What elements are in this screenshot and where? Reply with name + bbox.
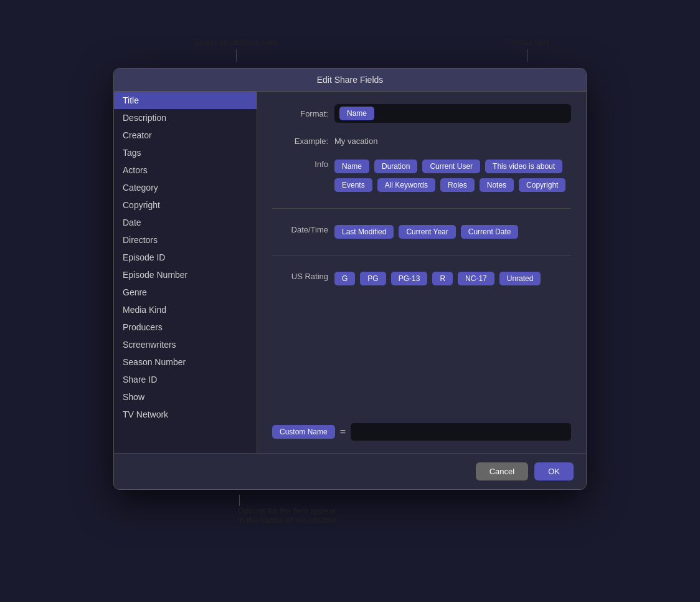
datetime-token-current-date[interactable]: Current Date <box>461 225 519 239</box>
format-label: Format: <box>272 109 328 118</box>
custom-name-row: Custom Name = <box>272 423 571 441</box>
sidebar-item-description[interactable]: Description <box>114 109 257 127</box>
cancel-button[interactable]: Cancel <box>476 462 528 480</box>
info-section-row: Info NameDurationCurrent UserThis video … <box>272 160 571 192</box>
datetime-section-row: Date/Time Last ModifiedCurrent YearCurre… <box>272 225 571 239</box>
dialog-footer: Cancel OK <box>114 453 586 489</box>
sidebar: TitleDescriptionCreatorTagsActorsCategor… <box>114 92 257 453</box>
dialog-titlebar: Edit Share Fields <box>114 69 586 92</box>
example-row: Example: My vacation <box>272 136 571 146</box>
sidebar-item-title[interactable]: Title <box>114 92 257 109</box>
annotation-format-field: Format field <box>506 37 549 62</box>
info-label: Info <box>272 160 328 169</box>
sidebar-item-show[interactable]: Show <box>114 388 257 406</box>
sidebar-item-directors[interactable]: Directors <box>114 231 257 249</box>
info-token-grid: NameDurationCurrent UserThis video is ab… <box>334 160 571 192</box>
info-token-roles[interactable]: Roles <box>440 178 475 192</box>
main-content: Format: Name Example: My vacation Info N… <box>257 92 586 453</box>
datetime-token-last-modified[interactable]: Last Modified <box>334 225 394 239</box>
rating-token-pg[interactable]: PG <box>360 272 385 285</box>
info-token-all-keywords[interactable]: All Keywords <box>377 178 435 192</box>
info-token-events[interactable]: Events <box>334 178 372 192</box>
custom-name-input[interactable] <box>351 423 571 441</box>
equals-sign: = <box>340 426 346 437</box>
sidebar-item-episode-number[interactable]: Episode Number <box>114 266 257 284</box>
sidebar-item-episode-id[interactable]: Episode ID <box>114 249 257 266</box>
sidebar-item-producers[interactable]: Producers <box>114 318 257 336</box>
dialog-body: TitleDescriptionCreatorTagsActorsCategor… <box>114 92 586 453</box>
datetime-token-grid: Last ModifiedCurrent YearCurrent Date <box>334 225 571 239</box>
annotation-line-right <box>527 49 528 62</box>
sidebar-item-share-id[interactable]: Share ID <box>114 371 257 388</box>
sidebar-item-creator[interactable]: Creator <box>114 127 257 144</box>
annotation-line-bottom <box>239 495 240 506</box>
bottom-annotation: Options for the field appear in the midd… <box>113 495 587 525</box>
sidebar-item-tv-network[interactable]: TV Network <box>114 406 257 423</box>
info-token-copyright[interactable]: Copyright <box>519 178 565 192</box>
divider-1 <box>272 208 571 209</box>
example-label: Example: <box>272 136 328 146</box>
sidebar-item-actors[interactable]: Actors <box>114 161 257 179</box>
rating-token-nc-17[interactable]: NC-17 <box>458 272 494 285</box>
datetime-token-current-year[interactable]: Current Year <box>399 225 455 239</box>
sidebar-item-date[interactable]: Date <box>114 214 257 231</box>
rating-token-g[interactable]: G <box>334 272 355 285</box>
format-bar: Name <box>334 104 571 123</box>
format-row: Format: Name <box>272 104 571 123</box>
custom-name-token[interactable]: Custom Name <box>272 425 335 439</box>
outer-wrapper: Select an attribute field. Format field … <box>113 37 587 525</box>
sidebar-item-category[interactable]: Category <box>114 179 257 196</box>
format-name-token[interactable]: Name <box>339 107 374 120</box>
annotation-select-field: Select an attribute field. <box>194 37 279 62</box>
usrating-section-row: US Rating GPGPG-13RNC-17Unrated <box>272 272 571 285</box>
info-token-duration[interactable]: Duration <box>374 160 417 173</box>
top-annotations: Select an attribute field. Format field <box>113 37 587 62</box>
edit-share-fields-dialog: Edit Share Fields TitleDescriptionCreato… <box>113 68 587 490</box>
rating-token-r[interactable]: R <box>432 272 453 285</box>
rating-token-unrated[interactable]: Unrated <box>499 272 541 285</box>
datetime-label: Date/Time <box>272 225 328 234</box>
example-value: My vacation <box>334 136 377 146</box>
rating-token-pg-13[interactable]: PG-13 <box>391 272 428 285</box>
info-token-name[interactable]: Name <box>334 160 369 173</box>
sidebar-item-season-number[interactable]: Season Number <box>114 353 257 371</box>
usrating-label: US Rating <box>272 272 328 281</box>
ok-button[interactable]: OK <box>534 462 574 480</box>
usrating-token-grid: GPGPG-13RNC-17Unrated <box>334 272 571 285</box>
sidebar-item-genre[interactable]: Genre <box>114 284 257 301</box>
info-token-notes[interactable]: Notes <box>480 178 514 192</box>
info-token-current-user[interactable]: Current User <box>422 160 480 173</box>
divider-2 <box>272 255 571 256</box>
annotation-line-left <box>236 49 237 62</box>
sidebar-item-copyright[interactable]: Copyright <box>114 196 257 214</box>
bottom-annotation-content: Options for the field appear in the midd… <box>238 495 338 525</box>
sidebar-item-screenwriters[interactable]: Screenwriters <box>114 336 257 353</box>
sidebar-item-tags[interactable]: Tags <box>114 144 257 161</box>
info-token-this-video-is-about[interactable]: This video is about <box>485 160 562 173</box>
sidebar-item-media-kind[interactable]: Media Kind <box>114 301 257 318</box>
